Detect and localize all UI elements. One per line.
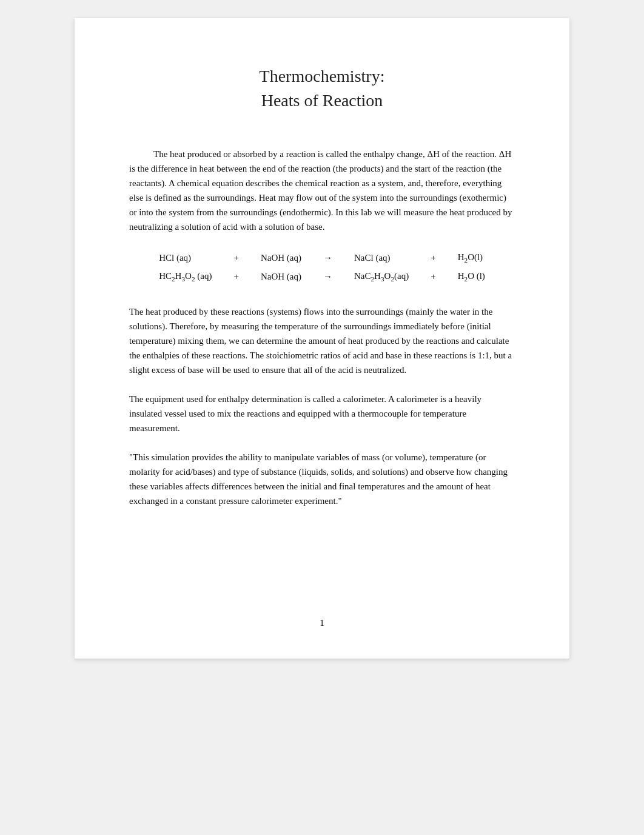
title-line2: Heats of Reaction: [129, 91, 515, 110]
eq2-arrow: →: [312, 267, 343, 286]
eq2-reactant2: NaOH (aq): [250, 267, 312, 286]
title-section: Thermochemistry: Heats of Reaction: [129, 67, 515, 110]
paragraph-4: "This simulation provides the ability to…: [129, 450, 515, 508]
page-number: 1: [75, 618, 569, 628]
eq1-reactant2: NaOH (aq): [250, 249, 312, 267]
eq2-product1: NaC2H3O2(aq): [343, 267, 420, 286]
equations-table: HCl (aq) + NaOH (aq) → NaCl (aq) + H2O(l…: [148, 249, 496, 286]
title-line1: Thermochemistry:: [129, 67, 515, 86]
eq2-plus1: +: [223, 267, 249, 286]
eq1-arrow: →: [312, 249, 343, 267]
eq1-product1: NaCl (aq): [343, 249, 420, 267]
document-page: Thermochemistry: Heats of Reaction The h…: [75, 18, 569, 659]
paragraph-2: The heat produced by these reactions (sy…: [129, 304, 515, 377]
paragraph-3: The equipment used for enthalpy determin…: [129, 392, 515, 435]
eq1-plus1: +: [223, 249, 249, 267]
eq1-reactant1: HCl (aq): [148, 249, 223, 267]
eq2-reactant1: HC2H3O2 (aq): [148, 267, 223, 286]
eq2-product2: H2O (l): [447, 267, 496, 286]
eq1-plus2: +: [420, 249, 446, 267]
equation-row-2: HC2H3O2 (aq) + NaOH (aq) → NaC2H3O2(aq) …: [148, 267, 496, 286]
eq1-product2: H2O(l): [447, 249, 496, 267]
eq2-plus2: +: [420, 267, 446, 286]
equation-row-1: HCl (aq) + NaOH (aq) → NaCl (aq) + H2O(l…: [148, 249, 496, 267]
paragraph-1: The heat produced or absorbed by a react…: [129, 147, 515, 234]
